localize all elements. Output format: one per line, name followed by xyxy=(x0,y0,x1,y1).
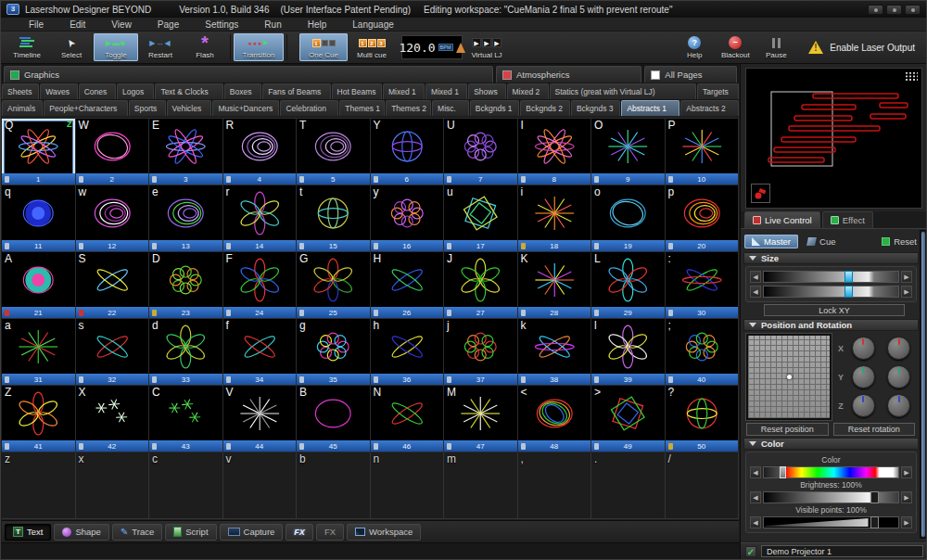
category-tab-mixed-1[interactable]: Mixed 1 xyxy=(383,83,425,99)
size-x-track[interactable] xyxy=(763,271,899,283)
enable-laser-output-button[interactable]: Enable Laser Output xyxy=(808,32,915,62)
cue-cell-37[interactable]: j37 xyxy=(444,319,518,386)
cue-cell-14[interactable]: r14 xyxy=(223,185,298,252)
size-x-handle[interactable] xyxy=(844,271,853,283)
lock-xy-button[interactable]: Lock XY xyxy=(764,304,905,316)
menu-language[interactable]: Language xyxy=(339,19,407,30)
rotation-knob-x-2[interactable] xyxy=(887,337,910,360)
color-section-header[interactable]: Color xyxy=(743,438,919,450)
cue-cell-41[interactable]: Z41 xyxy=(2,386,76,452)
brightness-track[interactable] xyxy=(763,491,899,503)
cue-cell-key[interactable]: . xyxy=(591,452,666,519)
transition-button[interactable]: ●●●▶ Transition xyxy=(234,33,284,61)
select-button[interactable]: ➤ Select xyxy=(49,33,94,61)
category-tab-statics-great-with-virtual-lj[interactable]: Statics (great with Virtual LJ) xyxy=(550,83,696,99)
fx-button[interactable]: FX xyxy=(286,524,313,541)
cue-cell-45[interactable]: B45 xyxy=(297,386,371,452)
category-tab-cones[interactable]: Cones xyxy=(79,83,116,99)
page-tab-atmospherics[interactable]: Atmospherics xyxy=(496,66,641,83)
slider-right-button[interactable]: ▶ xyxy=(901,466,912,478)
projector-name-field[interactable]: Demo Projector 1 xyxy=(761,545,923,557)
cue-cell-48[interactable]: <48 xyxy=(518,386,592,452)
category-tab-themes-2[interactable]: Themes 2 xyxy=(386,100,431,116)
visible-points-track[interactable] xyxy=(763,516,899,528)
category-tab-fans-of-beams[interactable]: Fans of Beams xyxy=(262,83,330,99)
hue-slider[interactable]: ◀ ▶ xyxy=(750,465,912,479)
cue-cell-43[interactable]: C43 xyxy=(149,386,223,452)
position-pad[interactable] xyxy=(746,334,832,420)
slider-left-button[interactable]: ◀ xyxy=(750,466,761,478)
category-tab-celebration[interactable]: Celebration xyxy=(280,100,338,116)
cue-cell-6[interactable]: Y6 xyxy=(371,119,445,185)
menu-edit[interactable]: Edit xyxy=(57,19,98,30)
cue-cell-m[interactable]: m xyxy=(444,452,518,519)
brightness-handle[interactable] xyxy=(870,491,879,503)
category-tab-waves[interactable]: Waves xyxy=(40,83,77,99)
laser-preview-canvas[interactable] xyxy=(745,68,922,209)
panel-scrollbar[interactable] xyxy=(920,230,927,539)
capture-tool-button[interactable]: Capture xyxy=(220,524,284,541)
category-tab-sports[interactable]: Sports xyxy=(129,100,166,116)
category-tab-text-clocks[interactable]: Text & Clocks xyxy=(155,83,222,99)
rotation-knob-z-1[interactable] xyxy=(852,394,875,417)
master-button[interactable]: Master xyxy=(744,235,798,248)
menu-run[interactable]: Run xyxy=(251,19,294,30)
pause-button[interactable]: Pause xyxy=(756,33,795,61)
restart-button[interactable]: ▶↔◀ Restart xyxy=(138,33,183,61)
cue-cell-2[interactable]: W2 xyxy=(76,119,150,185)
help-button[interactable]: ? Help xyxy=(675,33,714,61)
scrollbar-thumb[interactable] xyxy=(921,232,925,537)
visible-points-slider[interactable]: ◀ ▶ xyxy=(750,515,912,529)
menu-view[interactable]: View xyxy=(98,19,145,30)
cue-cell-47[interactable]: M47 xyxy=(444,386,518,452)
slider-right-button[interactable]: ▶ xyxy=(901,286,912,298)
reset-rotation-button[interactable]: Reset rotation xyxy=(833,423,916,436)
category-tab-mixed-2[interactable]: Mixed 2 xyxy=(507,83,549,99)
hue-handle[interactable] xyxy=(780,466,786,478)
category-tab-targets[interactable]: Targets xyxy=(697,83,739,99)
visible-points-handle[interactable] xyxy=(870,516,879,528)
cue-cell-key[interactable]: , xyxy=(518,452,592,519)
preview-grid-toggle-icon[interactable] xyxy=(905,71,918,82)
cue-cell-9[interactable]: O9 xyxy=(591,119,666,185)
cue-cell-7[interactable]: U7 xyxy=(444,119,518,185)
rotation-knob-y-2[interactable] xyxy=(887,365,910,388)
workspace-button[interactable]: Workspace xyxy=(347,524,421,541)
category-tab-sheets[interactable]: Sheets xyxy=(2,83,39,99)
cue-cell-key[interactable]: / xyxy=(666,452,740,519)
cue-cell-23[interactable]: D23 xyxy=(149,252,223,319)
cue-cell-42[interactable]: X42 xyxy=(76,386,150,452)
category-tab-bckgnds-1[interactable]: Bckgnds 1 xyxy=(470,100,520,116)
cue-cell-40[interactable]: ;40 xyxy=(666,319,740,386)
cue-cell-3[interactable]: E3 xyxy=(149,119,223,185)
reset-button[interactable]: Reset xyxy=(882,236,917,247)
script-tool-button[interactable]: Script xyxy=(165,524,216,541)
flash-button[interactable]: * Flash xyxy=(183,33,227,61)
cue-cell-29[interactable]: L29 xyxy=(591,252,666,319)
category-tab-bckgnds-3[interactable]: Bckgnds 3 xyxy=(571,100,621,116)
category-tab-abstracts-2[interactable]: Abstracts 2 xyxy=(680,100,739,116)
slider-right-button[interactable]: ▶ xyxy=(901,516,912,528)
cue-cell-12[interactable]: w12 xyxy=(76,185,150,252)
minimize-button[interactable] xyxy=(868,5,883,15)
page-tab-graphics[interactable]: Graphics xyxy=(4,66,493,83)
cue-cell-27[interactable]: J27 xyxy=(444,252,518,319)
tab-live-control[interactable]: Live Control xyxy=(744,211,820,228)
cue-cell-v[interactable]: v xyxy=(223,452,298,519)
cue-cell-b[interactable]: b xyxy=(297,452,371,519)
multi-cue-button[interactable]: 123 Multi cue xyxy=(348,33,396,61)
rotation-knob-y-1[interactable] xyxy=(852,365,875,388)
category-tab-themes-1[interactable]: Themes 1 xyxy=(339,100,385,116)
cue-cell-15[interactable]: t15 xyxy=(297,185,371,252)
size-y-track[interactable] xyxy=(763,286,899,298)
position-rotation-section-header[interactable]: Position and Rotation xyxy=(743,319,919,331)
size-y-slider[interactable]: ◀ ▶ xyxy=(750,285,912,299)
cue-button[interactable]: Cue xyxy=(800,235,843,248)
cue-cell-36[interactable]: h36 xyxy=(371,319,445,386)
cue-cell-30[interactable]: :30 xyxy=(666,252,740,319)
cue-cell-34[interactable]: f34 xyxy=(223,319,298,386)
category-tab-boxes[interactable]: Boxes xyxy=(224,83,261,99)
cue-cell-10[interactable]: P10 xyxy=(666,119,740,185)
projector-enabled-check-icon[interactable]: ✓ xyxy=(745,546,756,557)
reset-position-button[interactable]: Reset position xyxy=(746,423,829,436)
